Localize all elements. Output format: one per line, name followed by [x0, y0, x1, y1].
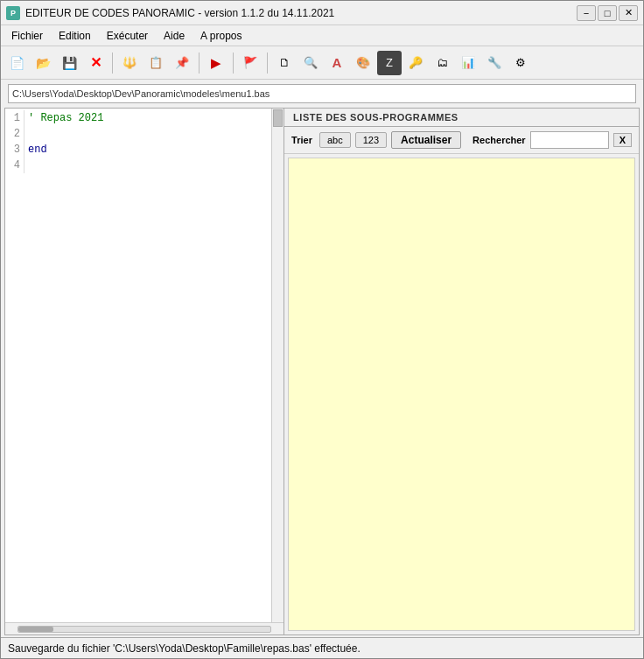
line-number-3: 3 — [7, 142, 24, 158]
font-button[interactable]: A — [325, 51, 349, 75]
clear-search-button[interactable]: X — [613, 133, 632, 147]
title-bar-controls: − □ ✕ — [577, 5, 638, 21]
line-code-3: end — [28, 142, 47, 158]
archive-button[interactable]: 🗂 — [430, 51, 454, 75]
vscroll-thumb[interactable] — [273, 109, 283, 127]
filepath-text: C:\Users\Yoda\Desktop\Dev\Panoramic\mode… — [12, 88, 270, 99]
toolbar-sep-2 — [199, 53, 200, 74]
run-button[interactable]: ▶ — [204, 51, 228, 75]
chart-button[interactable]: 📊 — [456, 51, 480, 75]
toolbar-sep-1 — [112, 53, 113, 74]
page-button[interactable]: 🗋 — [272, 51, 297, 75]
filepath-bar: C:\Users\Yoda\Desktop\Dev\Panoramic\mode… — [8, 84, 636, 103]
editor-vscrollbar[interactable] — [271, 109, 284, 622]
panel-tab-label: LISTE DES SOUS-PROGRAMMES — [293, 112, 458, 123]
editor-panel: 1 ' Repas 2021 2 3 end 4 — [4, 108, 284, 635]
search-input[interactable] — [530, 131, 609, 149]
editor-content[interactable]: 1 ' Repas 2021 2 3 end 4 — [5, 109, 284, 622]
menu-apropos[interactable]: A propos — [193, 28, 248, 44]
paste-button[interactable]: 📌 — [170, 51, 194, 75]
copy-button[interactable]: 📋 — [144, 51, 168, 75]
editor-line-3: 3 end — [7, 142, 282, 158]
sort-abc-button[interactable]: abc — [319, 132, 351, 148]
toolbar-sep-4 — [267, 53, 268, 74]
menu-bar: Fichier Edition Exécuter Aide A propos — [1, 25, 643, 46]
line-number-1: 1 — [7, 110, 24, 126]
right-panel: LISTE DES SOUS-PROGRAMMES Trier abc 123 … — [284, 108, 640, 635]
title-bar: P EDITEUR DE CODES PANORAMIC - version 1… — [1, 1, 643, 25]
hscroll-thumb[interactable] — [18, 627, 53, 632]
app-window: P EDITEUR DE CODES PANORAMIC - version 1… — [0, 0, 644, 659]
close-button[interactable]: ✕ — [619, 5, 638, 21]
open-button[interactable]: 📂 — [31, 51, 55, 75]
panel-tab: LISTE DES SOUS-PROGRAMMES — [284, 109, 639, 127]
title-text: EDITEUR DE CODES PANORAMIC - version 1.1… — [25, 7, 334, 19]
trier-label: Trier — [291, 135, 312, 145]
close-file-button[interactable]: ✕ — [83, 51, 108, 75]
fork-button[interactable]: 🔱 — [117, 51, 142, 75]
palette-button[interactable]: 🎨 — [351, 51, 375, 75]
filepath-container: C:\Users\Yoda\Desktop\Dev\Panoramic\mode… — [1, 80, 643, 108]
editor-hscrollbar[interactable] — [5, 622, 284, 634]
menu-fichier[interactable]: Fichier — [4, 28, 50, 44]
flag-button[interactable]: 🚩 — [238, 51, 262, 75]
sort-123-button[interactable]: 123 — [355, 132, 387, 148]
zap-button[interactable]: Z — [377, 51, 402, 75]
panels-row: 1 ' Repas 2021 2 3 end 4 — [1, 108, 643, 637]
maximize-button[interactable]: □ — [598, 5, 617, 21]
new-button[interactable]: 📄 — [4, 51, 29, 75]
status-message: Sauvegarde du fichier 'C:\Users\Yoda\Des… — [8, 642, 360, 655]
line-code-4 — [28, 158, 34, 173]
search-button[interactable]: 🔍 — [298, 51, 323, 75]
editor-line-2: 2 — [7, 126, 282, 142]
minimize-button[interactable]: − — [577, 5, 596, 21]
subprog-list[interactable] — [288, 158, 635, 631]
menu-edition[interactable]: Edition — [52, 28, 98, 44]
app-icon: P — [6, 6, 20, 20]
hscroll-track[interactable] — [18, 626, 271, 633]
menu-executer[interactable]: Exécuter — [100, 28, 155, 44]
panel-controls: Trier abc 123 Actualiser Rechercher X — [284, 127, 639, 154]
line-number-4: 4 — [7, 158, 24, 173]
title-bar-left: P EDITEUR DE CODES PANORAMIC - version 1… — [6, 6, 334, 20]
actualiser-button[interactable]: Actualiser — [391, 131, 461, 149]
save-button[interactable]: 💾 — [57, 51, 81, 75]
rechercher-label: Rechercher — [472, 135, 526, 145]
key-button[interactable]: 🔑 — [403, 51, 428, 75]
settings-button[interactable]: ⚙ — [508, 51, 533, 75]
tools-button[interactable]: 🔧 — [482, 51, 507, 75]
status-bar: Sauvegarde du fichier 'C:\Users\Yoda\Des… — [1, 637, 643, 658]
toolbar-sep-3 — [233, 53, 234, 74]
menu-aide[interactable]: Aide — [157, 28, 192, 44]
editor-line-4: 4 — [7, 158, 282, 173]
line-code-1: ' Repas 2021 — [28, 110, 103, 126]
toolbar: 📄 📂 💾 ✕ 🔱 📋 📌 ▶ 🚩 🗋 🔍 A 🎨 Z 🔑 🗂 📊 🔧 ⚙ — [1, 46, 643, 80]
line-number-2: 2 — [7, 126, 24, 142]
editor-line-1: 1 ' Repas 2021 — [7, 110, 282, 126]
